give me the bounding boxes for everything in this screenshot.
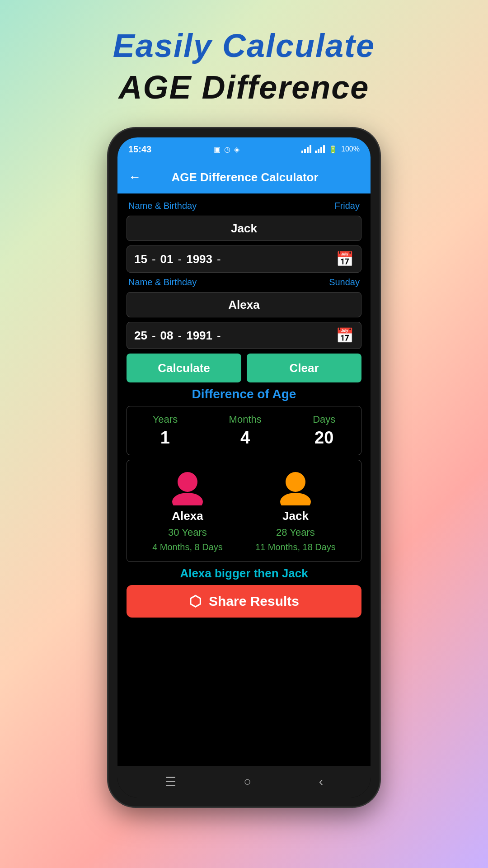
status-time: 15:43 [128,144,151,155]
person2-date-year: 1991 [186,329,212,343]
person1-date-year: 1993 [186,252,212,266]
diff-months-label: Months [229,414,262,425]
diff-years-value: 1 [160,428,170,448]
person1-label-row: Name & Birthday Friday [127,201,361,211]
person2-date-day: 25 [134,329,147,343]
signal-icon2 [315,145,325,153]
person1-section-label: Name & Birthday [128,201,197,211]
media-icon: ◈ [234,145,239,154]
person2-name-input[interactable]: Alexa [127,292,361,317]
person1-date-day: 15 [134,252,147,266]
nav-menu-icon[interactable]: ☰ [165,774,176,789]
diff-months-col: Months 4 [229,414,262,448]
alexa-age: 30 Years [168,527,207,538]
person2-section-label: Name & Birthday [128,277,197,288]
action-buttons-row: Calculate Clear [127,354,361,382]
jack-age: 28 Years [276,527,315,538]
alexa-avatar-icon [169,469,206,505]
svg-point-3 [280,493,311,505]
back-button[interactable]: ← [128,170,141,184]
app-header: ← AGE Difference Calculator [117,161,371,193]
share-label: Share Results [209,594,299,609]
jack-details: 11 Months, 18 Days [255,542,336,552]
nav-back-icon[interactable]: ‹ [319,774,323,789]
svg-point-0 [178,472,197,492]
diff-months-value: 4 [240,428,250,448]
nav-bar: ☰ ○ ‹ [117,766,371,797]
person2-calendar-icon[interactable]: 📅 [336,327,354,344]
difference-title: Difference of Age [127,387,361,401]
status-icons-left: ▣ ◷ ◈ [214,145,239,154]
signal-icon1 [301,145,311,153]
diff-years-col: Years 1 [153,414,178,448]
person2-day: Sunday [329,277,360,288]
alexa-name: Alexa [172,509,203,523]
header-title: AGE Difference Calculator [148,170,342,184]
person2-name-value: Alexa [228,298,259,312]
share-results-button[interactable]: ⬡ Share Results [127,585,361,618]
person1-date-input[interactable]: 15 - 01 - 1993 - 📅 [127,245,361,273]
person-col-alexa: Alexa 30 Years 4 Months, 8 Days [152,469,223,552]
person2-date-month: 08 [160,329,174,343]
person-col-jack: Jack 28 Years 11 Months, 18 Days [255,469,336,552]
person1-day: Friday [334,201,360,211]
diff-years-label: Years [153,414,178,425]
svg-point-1 [172,493,203,505]
calculate-button[interactable]: Calculate [127,354,241,382]
battery-icon: 🔋 [328,145,338,154]
main-content: Name & Birthday Friday Jack 15 - 01 - 19… [117,193,371,766]
person1-calendar-icon[interactable]: 📅 [336,250,354,268]
svg-point-2 [286,472,305,492]
phone-mockup: 15:43 ▣ ◷ ◈ 🔋 [108,128,380,807]
nav-home-icon[interactable]: ○ [244,774,251,789]
people-result-box: Alexa 30 Years 4 Months, 8 Days Jack 28 … [127,460,361,562]
battery-percent: 100% [341,145,360,153]
diff-days-value: 20 [314,428,333,448]
diff-days-col: Days 20 [313,414,335,448]
person1-date-month: 01 [160,252,174,266]
person1-name-input[interactable]: Jack [127,216,361,241]
hero-title-line2: AGE Difference [119,69,370,106]
person1-name-value: Jack [231,222,257,236]
diff-days-label: Days [313,414,335,425]
person2-label-row: Name & Birthday Sunday [127,277,361,288]
share-icon: ⬡ [189,593,202,610]
clear-button[interactable]: Clear [247,354,361,382]
comparison-text: Alexa bigger then Jack [127,566,361,580]
hero-title-line1: Easily Calculate [113,27,375,64]
status-bar: 15:43 ▣ ◷ ◈ 🔋 [117,137,371,161]
age-difference-box: Years 1 Months 4 Days 20 [127,406,361,455]
person2-date-input[interactable]: 25 - 08 - 1991 - 📅 [127,322,361,349]
phone-screen: 15:43 ▣ ◷ ◈ 🔋 [117,137,371,797]
jack-name: Jack [282,509,309,523]
jack-avatar-icon [277,469,314,505]
status-icons-right: 🔋 100% [301,145,360,154]
sim-icon: ▣ [214,145,221,154]
alexa-details: 4 Months, 8 Days [152,542,223,552]
clock-icon: ◷ [224,145,230,154]
